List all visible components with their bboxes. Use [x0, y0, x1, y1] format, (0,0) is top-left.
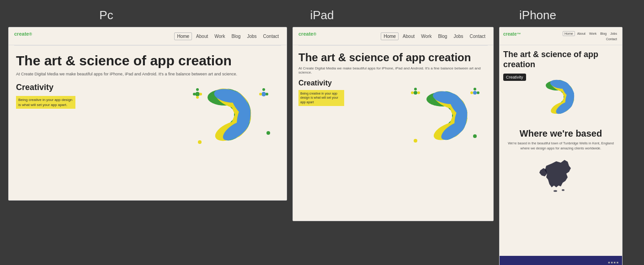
svg-point-14	[196, 88, 199, 91]
pc-creativity-text: Creativity Being creative in your app de…	[16, 83, 75, 109]
iphone-nav-work[interactable]: Work	[588, 32, 598, 36]
iphone-creativity-badge: Creativity	[503, 74, 526, 81]
ipad-nav-contact[interactable]: Contact	[468, 33, 488, 40]
pc-nav-home[interactable]: Home	[174, 32, 192, 40]
pc-nav-jobs[interactable]: Jobs	[245, 33, 259, 40]
svg-point-18	[261, 92, 266, 96]
svg-point-21	[266, 93, 268, 95]
svg-point-40	[417, 91, 420, 94]
pc-nav-about[interactable]: About	[194, 33, 210, 40]
screens-row: create® Home About Work Blog Jobs Contac…	[0, 27, 644, 265]
svg-point-41	[473, 91, 477, 95]
iphone-nav-about[interactable]: About	[576, 32, 587, 36]
iphone-nav-links: Home About Work Blog Jobs Contact	[559, 31, 618, 41]
ipad-creativity-text: Creativity Being creative in your app de…	[298, 79, 344, 106]
pc-creativity-heading: Creativity	[16, 83, 75, 92]
svg-point-59	[554, 93, 561, 101]
iphone-creativity-row: Creativity	[500, 72, 622, 124]
pc-nav-links: Home About Work Blog Jobs Contact	[174, 32, 281, 40]
pc-flower	[172, 69, 277, 162]
iphone-screen: create™ Home About Work Blog Jobs Contac…	[499, 27, 623, 265]
ipad-creativity-highlight: Being creative in your app design is wha…	[298, 90, 344, 106]
svg-point-60	[554, 190, 557, 192]
ipad-creativity-heading: Creativity	[298, 79, 344, 87]
pc-nav-separator	[14, 45, 281, 46]
svg-point-38	[414, 88, 417, 90]
pc-nav-blog[interactable]: Blog	[229, 33, 243, 40]
iphone-logo: create™	[503, 30, 521, 42]
pc-nav-contact[interactable]: Contact	[261, 33, 281, 40]
pc-nav-work[interactable]: Work	[212, 33, 227, 40]
iphone-hero-title: The art & science of app creation	[503, 50, 618, 69]
svg-point-46	[473, 134, 477, 138]
svg-point-45	[414, 139, 417, 143]
ipad-hero-title: The art & science of app creation	[298, 51, 488, 64]
pc-creativity-highlight: Being creative in your app design is wha…	[16, 96, 75, 109]
ipad-nav-separator	[298, 45, 488, 46]
iphone-where-sub: We're based in the beautiful town of Tun…	[503, 141, 618, 151]
iphone-nav: create™ Home About Work Blog Jobs Contac…	[500, 27, 622, 45]
ipad-logo-tm: ®	[313, 32, 316, 37]
iphone-logo-text: create	[503, 32, 516, 37]
svg-point-17	[196, 96, 199, 99]
ipad-creativity-section: Creativity Being creative in your app de…	[293, 79, 493, 106]
iphone-where-title: Where we're based	[503, 128, 618, 139]
pc-screen: create® Home About Work Blog Jobs Contac…	[8, 27, 287, 201]
ipad-label: iPad	[213, 8, 431, 22]
iphone-nav-home[interactable]: Home	[563, 31, 575, 36]
svg-point-20	[259, 93, 262, 95]
svg-point-42	[474, 88, 476, 90]
pc-creativity-section: Creativity Being creative in your app de…	[9, 83, 287, 109]
ipad-nav-about[interactable]: About	[400, 33, 417, 40]
iphone-nav-blog[interactable]: Blog	[599, 32, 608, 36]
iphone-label: iPhone	[431, 8, 644, 22]
svg-point-61	[562, 189, 564, 191]
svg-point-15	[193, 93, 196, 95]
svg-point-44	[477, 91, 479, 94]
ipad-nav: create® Home About Work Blog Jobs Contac…	[293, 27, 493, 45]
ipad-nav-links: Home About Work Blog Jobs Contact	[381, 32, 488, 40]
pc-logo: create®	[14, 31, 32, 41]
svg-point-37	[414, 91, 417, 95]
iphone-bottom-text: ■ ■ ■ ■	[608, 261, 618, 264]
iphone-nav-contact[interactable]: Contact	[605, 37, 618, 41]
ipad-screen: create® Home About Work Blog Jobs Contac…	[293, 27, 494, 221]
pc-nav: create® Home About Work Blog Jobs Contac…	[9, 27, 287, 45]
pc-logo-tm: ®	[29, 32, 32, 37]
ipad-nav-work[interactable]: Work	[419, 33, 434, 40]
svg-point-22	[198, 140, 202, 144]
ipad-logo: create®	[298, 31, 316, 41]
ipad-nav-jobs[interactable]: Jobs	[451, 33, 465, 40]
ipad-nav-home[interactable]: Home	[381, 32, 399, 40]
svg-point-12	[219, 109, 230, 120]
iphone-flower-small	[530, 72, 622, 124]
pc-label: Pc	[0, 8, 213, 22]
ipad-flower	[397, 70, 489, 163]
svg-point-19	[262, 88, 265, 91]
device-labels-row: Pc iPad iPhone	[0, 0, 644, 27]
iphone-logo-tm: ™	[516, 32, 521, 37]
ipad-logo-text: create	[298, 31, 313, 37]
pc-logo-text: create	[14, 31, 29, 37]
svg-point-16	[199, 93, 202, 95]
svg-point-43	[470, 91, 473, 94]
svg-point-13	[195, 92, 200, 96]
iphone-nav-jobs[interactable]: Jobs	[609, 32, 618, 36]
pc-hero-title: The art & science of app creation	[16, 53, 279, 69]
iphone-map-area	[500, 154, 622, 205]
svg-point-36	[438, 111, 448, 121]
iphone-bottom-bar: ■ ■ ■ ■	[500, 256, 622, 265]
svg-point-23	[266, 131, 270, 135]
svg-point-39	[411, 91, 414, 94]
ipad-nav-blog[interactable]: Blog	[436, 33, 449, 40]
